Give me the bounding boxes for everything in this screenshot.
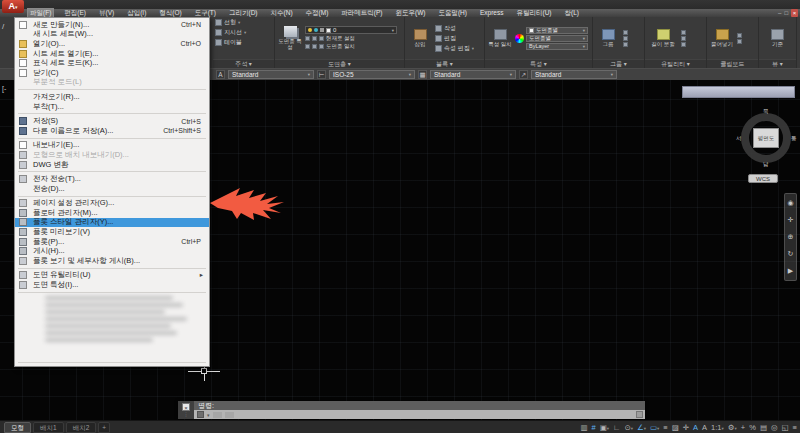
viewcube-north[interactable]: 북 [763, 108, 769, 115]
menubar-item-2[interactable]: 편집(E) [62, 9, 88, 17]
mleader-style-icon[interactable]: ↗ [519, 70, 528, 79]
file-menu-item-13[interactable]: 다른 이름으로 저장(A)...Ctrl+Shift+S [15, 126, 209, 136]
lineweight-icon[interactable]: ≡ [663, 421, 667, 433]
file-menu-item-20[interactable]: 전송(D)... [15, 184, 209, 194]
layout-tab-배치2[interactable]: 배치2 [66, 422, 97, 433]
isodraft-icon[interactable]: ∠▾ [637, 421, 646, 433]
viewcube[interactable]: 북 남 서 동 평면도 [738, 110, 794, 166]
menubar-item-10[interactable]: 파라메트릭(P) [339, 9, 384, 17]
menubar-item-6[interactable]: 도구(T) [193, 9, 218, 17]
table-style-combo[interactable]: Standard▾ [430, 70, 516, 79]
panel-label-view[interactable]: 뷰 ▾ [759, 59, 796, 68]
table-button[interactable]: 테이블 [215, 38, 242, 47]
file-menu-item-17[interactable]: DWG 변환 [15, 160, 209, 170]
file-menu-item-26[interactable]: 플롯(P)...Ctrl+P [15, 237, 209, 247]
group-button[interactable]: 그룹 [595, 29, 621, 47]
id-point-icon[interactable] [681, 42, 686, 47]
viewport-controls-label[interactable]: [- [2, 85, 6, 92]
menubar-item-5[interactable]: 형식(O) [157, 9, 183, 17]
paste-button[interactable]: 붙여넣기 [709, 29, 735, 47]
mdi-restore-icon[interactable]: □ [784, 9, 788, 17]
leader-button[interactable]: 지시선▾ [215, 28, 246, 37]
match-layer-button[interactable]: 도면층 일치 [305, 43, 397, 50]
cut-clip-icon[interactable] [737, 39, 742, 44]
group-edit-icon[interactable] [623, 36, 628, 41]
layer-select-combo[interactable]: 0 ▾ [305, 26, 397, 34]
table-style-icon[interactable]: ▦ [418, 70, 427, 79]
text-style-combo[interactable]: Standard▾ [228, 70, 314, 79]
command-window-grip[interactable]: × ⋮ [178, 401, 194, 419]
file-menu-item-23[interactable]: 플로터 관리자(M)... [15, 208, 209, 218]
ortho-icon[interactable]: ∟ [613, 421, 620, 433]
panel-label-utilities[interactable]: 유틸리티 ▾ [645, 59, 706, 68]
quick-calc-icon[interactable] [681, 36, 686, 41]
set-current-layer-button[interactable]: 현재로 설정 [305, 35, 397, 42]
command-close-icon[interactable]: × [182, 403, 190, 411]
lineweight-combo[interactable]: 도면층별▾ [526, 35, 588, 42]
file-menu-item-19[interactable]: 전자 전송(T)... [15, 174, 209, 184]
viewcube-east[interactable]: 동 [791, 135, 797, 142]
menubar-item-3[interactable]: 뷰(V) [97, 9, 116, 17]
file-menu-item-25[interactable]: 플롯 미리보기(V) [15, 227, 209, 237]
snap-mode-icon[interactable]: ▣▾ [600, 421, 609, 433]
quick-select-icon[interactable] [681, 30, 686, 35]
file-menu-item-12[interactable]: 저장(S)Ctrl+S [15, 116, 209, 126]
layout-tab-모형[interactable]: 모형 [4, 422, 31, 433]
menubar-item-7[interactable]: 그리기(D) [227, 9, 260, 17]
object-snap-icon[interactable]: ▭▾ [650, 421, 659, 433]
isolate-objects-icon[interactable]: ◎ [771, 421, 778, 433]
dim-style-combo[interactable]: ISO-25▾ [329, 70, 415, 79]
file-menu-item-3[interactable]: 열기(O)...Ctrl+O [15, 39, 209, 49]
file-menu-item-9[interactable]: 가져오기(R)... [15, 92, 209, 102]
linear-dimension-button[interactable]: 선형▾ [215, 18, 240, 27]
selection-cycling-icon[interactable]: ✛ [683, 421, 689, 433]
panel-label-groups[interactable]: 그룹 ▾ [593, 59, 644, 68]
new-layout-button[interactable]: + [98, 422, 110, 433]
base-view-button[interactable]: 기준 [765, 29, 791, 47]
mdi-minimize-icon[interactable]: – [778, 9, 781, 17]
wcs-button[interactable]: WCS [748, 174, 778, 183]
file-menu-item-2[interactable]: 새 시트 세트(W)... [15, 30, 209, 40]
file-menu-item-24[interactable]: 플롯 스타일 관리자(Y)... [15, 218, 209, 228]
annotation-scale-icon[interactable]: 1:1▾ [711, 421, 724, 433]
file-menu-item-31[interactable]: 도면 특성(I)... [15, 280, 209, 290]
menubar-item-15[interactable]: 창(L) [563, 9, 581, 17]
file-menu-item-1[interactable]: 새로 만들기(N)...Ctrl+N [15, 20, 209, 30]
mleader-style-combo[interactable]: Standard▾ [531, 70, 617, 79]
copy-clip-icon[interactable] [737, 33, 742, 38]
panel-label-layers[interactable]: 도면층 ▾ [275, 59, 404, 68]
polar-tracking-icon[interactable]: ⊙▾ [624, 421, 633, 433]
match-properties-button[interactable]: 특성 일치 [487, 29, 513, 47]
linetype-combo[interactable]: ByLayer▾ [526, 43, 588, 50]
clean-screen-icon[interactable]: ◱ [782, 421, 789, 433]
panel-label-block[interactable]: 블록 ▾ [405, 59, 484, 68]
menubar-item-8[interactable]: 치수(N) [269, 9, 295, 17]
viewcube-west[interactable]: 서 [736, 135, 742, 142]
draw-line-icon[interactable]: / [2, 22, 4, 31]
zoom-icon[interactable]: ⊕ [788, 233, 794, 241]
viewcube-south[interactable]: 남 [763, 161, 769, 168]
file-menu-item-28[interactable]: 플롯 보기 및 세부사항 게시(B)... [15, 256, 209, 266]
annotation-monitor-icon[interactable]: + [741, 421, 745, 433]
customization-icon[interactable]: ≡ [793, 421, 797, 433]
file-menu-item-15[interactable]: 내보내기(E)... [15, 141, 209, 151]
file-menu-item-6[interactable]: 닫기(C) [15, 68, 209, 78]
menubar-item-4[interactable]: 삽입(I) [125, 9, 148, 17]
quick-properties-icon[interactable]: % [749, 421, 756, 433]
file-menu-item-27[interactable]: 게시(H)... [15, 246, 209, 256]
file-menu-item-22[interactable]: 페이지 설정 관리자(G)... [15, 199, 209, 209]
grid-icon[interactable]: # [592, 421, 596, 433]
group-bounding-icon[interactable] [623, 42, 628, 47]
command-resize-handle[interactable] [636, 411, 643, 418]
measure-button[interactable]: 길이 분할 [647, 29, 679, 47]
orbit-icon[interactable]: ↻ [788, 250, 794, 258]
panel-label-annotate[interactable]: 주석 ▾ [213, 59, 274, 68]
steering-wheel-icon[interactable]: ◉ [787, 199, 793, 207]
annotation-visibility-icon[interactable]: A [693, 421, 698, 433]
dim-style-icon[interactable]: ⊢ [317, 70, 326, 79]
create-block-button[interactable]: 작성 [435, 24, 474, 33]
panel-label-properties[interactable]: 특성 ▾ [485, 59, 592, 68]
file-menu-item-10[interactable]: 부착(T)... [15, 102, 209, 112]
color-wheel-icon[interactable] [515, 34, 524, 43]
menubar-item-11[interactable]: 윈도우(W) [393, 9, 427, 17]
